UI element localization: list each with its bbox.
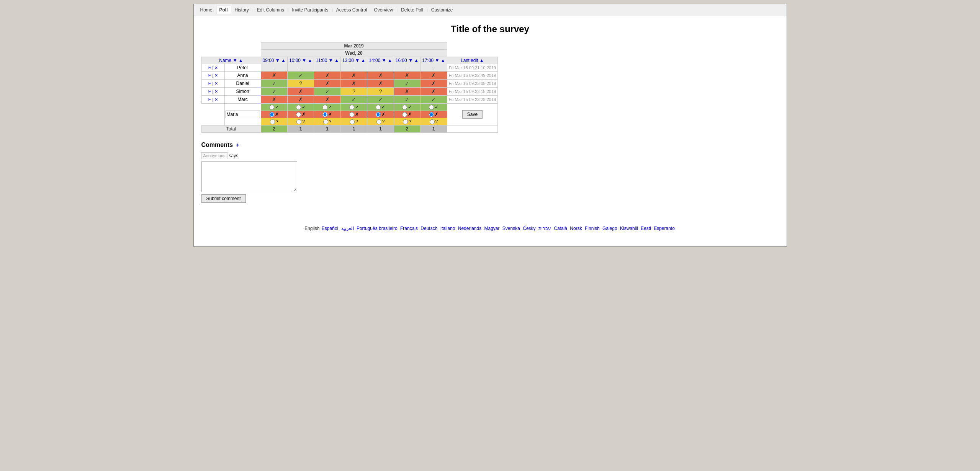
radio-question-cell-1: ? <box>287 118 314 125</box>
language-esperanto[interactable]: Esperanto <box>654 226 675 231</box>
comment-textarea[interactable] <box>201 161 297 192</box>
radio-cross-6[interactable] <box>429 112 434 117</box>
language-dutch[interactable]: Nederlands <box>458 226 481 231</box>
row-icons-daniel: ✂ | ✕ <box>201 80 224 88</box>
month-header: Mar 2019 <box>261 42 447 50</box>
radio-check-4[interactable] <box>376 105 381 110</box>
scissors-icon-peter[interactable]: ✂ <box>208 65 211 70</box>
radio-check-6[interactable] <box>429 105 434 110</box>
scissors-icon-marc[interactable]: ✂ <box>208 97 211 102</box>
total-5: 2 <box>394 125 420 133</box>
nav-overview[interactable]: Overview <box>371 6 397 14</box>
scissors-icon-daniel[interactable]: ✂ <box>208 81 211 86</box>
radio-cross-0[interactable] <box>269 112 274 117</box>
delete-icon-daniel[interactable]: ✕ <box>214 81 218 86</box>
vote-marc-1: ✗ <box>287 96 314 104</box>
nav-access-control[interactable]: Access Control <box>333 6 371 14</box>
row-icons-marc: ✂ | ✕ <box>201 96 224 104</box>
delete-icon-peter[interactable]: ✕ <box>214 65 218 70</box>
new-participant-radio-check-row: ✓ ✓ ✓ <box>201 104 498 111</box>
language-german[interactable]: Deutsch <box>420 226 437 231</box>
time-header-5[interactable]: 16:00 ▼ ▲ <box>394 57 420 64</box>
language-portuguese[interactable]: Português brasileiro <box>357 226 398 231</box>
time-header-1[interactable]: 10:00 ▼ ▲ <box>287 57 314 64</box>
language-finnish[interactable]: Finnish <box>585 226 600 231</box>
scissors-icon-anna[interactable]: ✂ <box>208 73 211 78</box>
radio-question-cell-5: ? <box>394 118 420 125</box>
nav-poll[interactable]: Poll <box>216 6 231 14</box>
lastedit-column-header[interactable]: Last edit ▲ <box>447 57 498 64</box>
nav-history[interactable]: History <box>231 6 252 14</box>
radio-check-3[interactable] <box>349 105 354 110</box>
radio-cross-2[interactable] <box>322 112 327 117</box>
language-espanol[interactable]: Español <box>322 226 338 231</box>
language-catalan[interactable]: Català <box>554 226 567 231</box>
page-content: Title of the survey Mar 2019 Wed, 20 <box>194 16 787 246</box>
language-swedish[interactable]: Svenska <box>502 226 520 231</box>
radio-check-0[interactable] <box>269 105 274 110</box>
radio-question-cell-2: ? <box>314 118 340 125</box>
time-header-2[interactable]: 11:00 ▼ ▲ <box>314 57 340 64</box>
vote-daniel-1: ? <box>287 80 314 88</box>
radio-cross-cell-6: ✗ <box>420 111 447 118</box>
radio-question-5[interactable] <box>403 119 408 124</box>
vote-anna-4: ✗ <box>367 72 394 80</box>
language-italian[interactable]: Italiano <box>440 226 455 231</box>
scissors-icon-simon[interactable]: ✂ <box>208 89 211 94</box>
radio-check-cell-5: ✓ <box>394 104 420 111</box>
new-participant-name-input[interactable] <box>226 111 260 118</box>
radio-cross-5[interactable] <box>402 112 407 117</box>
radio-cross-4[interactable] <box>376 112 381 117</box>
radio-check-1[interactable] <box>296 105 301 110</box>
vote-marc-0: ✗ <box>261 96 287 104</box>
nav-home[interactable]: Home <box>197 6 216 14</box>
language-arabic[interactable]: العربية <box>341 226 354 231</box>
vote-daniel-2: ✗ <box>314 80 340 88</box>
radio-check-2[interactable] <box>322 105 327 110</box>
delete-icon-anna[interactable]: ✕ <box>214 73 218 78</box>
nav-edit-columns[interactable]: Edit Columns <box>253 6 287 14</box>
language-norwegian[interactable]: Norsk <box>570 226 582 231</box>
language-hebrew[interactable]: עברית <box>538 226 551 231</box>
radio-question-4[interactable] <box>376 119 381 124</box>
time-header-6[interactable]: 17:00 ▼ ▲ <box>420 57 447 64</box>
nav-invite-participants[interactable]: Invite Participants <box>288 6 332 14</box>
radio-question-0[interactable] <box>270 119 275 124</box>
radio-question-cell-4: ? <box>367 118 394 125</box>
time-header-4[interactable]: 14:00 ▼ ▲ <box>367 57 394 64</box>
submit-comment-button[interactable]: Submit comment <box>201 194 246 203</box>
radio-question-1[interactable] <box>296 119 301 124</box>
table-row: ✂ | ✕ Peter – – – – – – – Fri Mar 15 09:… <box>201 64 498 72</box>
radio-question-2[interactable] <box>323 119 328 124</box>
delete-icon-marc[interactable]: ✕ <box>214 97 218 102</box>
vote-marc-5: ✓ <box>394 96 420 104</box>
radio-question-6[interactable] <box>430 119 435 124</box>
nav-delete-poll[interactable]: Delete Poll <box>398 6 427 14</box>
language-kiswahili[interactable]: Kiswahili <box>620 226 638 231</box>
add-comment-icon[interactable]: + <box>236 142 239 148</box>
language-magyar[interactable]: Magyar <box>484 226 500 231</box>
language-french[interactable]: Français <box>400 226 418 231</box>
time-header-3[interactable]: 13:00 ▼ ▲ <box>340 57 367 64</box>
language-czech[interactable]: Česky <box>523 226 535 231</box>
language-galician[interactable]: Galego <box>602 226 617 231</box>
total-row: Total 2 1 1 1 1 2 1 <box>201 125 498 133</box>
nav-bar: Home Poll History | Edit Columns | Invit… <box>194 4 787 16</box>
radio-cross-cell-2: ✗ <box>314 111 340 118</box>
radio-question-cell-6: ? <box>420 118 447 125</box>
radio-cross-1[interactable] <box>296 112 301 117</box>
radio-cross-cell-4: ✗ <box>367 111 394 118</box>
save-button[interactable]: Save <box>462 110 483 119</box>
nav-customize[interactable]: Customize <box>428 6 456 14</box>
name-column-header[interactable]: Name ▼ ▲ <box>201 57 261 64</box>
language-estonian[interactable]: Eesti <box>641 226 651 231</box>
radio-check-5[interactable] <box>402 105 407 110</box>
time-header-0[interactable]: 09:00 ▼ ▲ <box>261 57 287 64</box>
radio-check-cell-3: ✓ <box>340 104 367 111</box>
total-3: 1 <box>340 125 367 133</box>
vote-peter-2: – <box>314 64 340 72</box>
delete-icon-simon[interactable]: ✕ <box>214 89 218 94</box>
vote-anna-2: ✗ <box>314 72 340 80</box>
radio-question-3[interactable] <box>350 119 355 124</box>
radio-cross-3[interactable] <box>349 112 354 117</box>
